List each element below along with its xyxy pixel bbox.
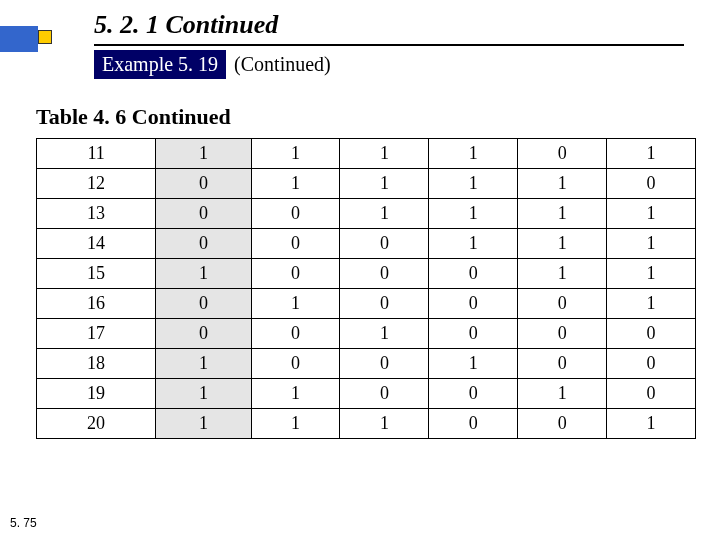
row-cell: 0 bbox=[518, 139, 607, 169]
row-cell: 1 bbox=[607, 409, 696, 439]
row-cell: 0 bbox=[251, 199, 340, 229]
row-index: 12 bbox=[37, 169, 156, 199]
row-cell: 0 bbox=[429, 289, 518, 319]
row-index: 13 bbox=[37, 199, 156, 229]
row-cell: 0 bbox=[251, 259, 340, 289]
table-row: 16010001 bbox=[37, 289, 696, 319]
heading-underline bbox=[94, 44, 684, 46]
row-cell: 1 bbox=[340, 169, 429, 199]
row-highlight: 0 bbox=[156, 229, 251, 259]
row-cell: 1 bbox=[429, 169, 518, 199]
row-highlight: 1 bbox=[156, 139, 251, 169]
row-cell: 0 bbox=[518, 289, 607, 319]
table-row: 14000111 bbox=[37, 229, 696, 259]
row-cell: 0 bbox=[429, 379, 518, 409]
example-row: Example 5. 19 (Continued) bbox=[94, 50, 331, 79]
section-heading: 5. 2. 1 Continued bbox=[94, 10, 278, 40]
row-cell: 1 bbox=[251, 379, 340, 409]
row-highlight: 1 bbox=[156, 409, 251, 439]
row-cell: 1 bbox=[251, 409, 340, 439]
table-row: 20111001 bbox=[37, 409, 696, 439]
table-row: 11111101 bbox=[37, 139, 696, 169]
row-cell: 1 bbox=[607, 199, 696, 229]
row-cell: 0 bbox=[518, 319, 607, 349]
blue-block bbox=[0, 26, 38, 52]
row-cell: 1 bbox=[340, 139, 429, 169]
row-cell: 1 bbox=[340, 319, 429, 349]
table-row: 15100011 bbox=[37, 259, 696, 289]
row-cell: 1 bbox=[518, 259, 607, 289]
row-cell: 0 bbox=[607, 349, 696, 379]
row-index: 11 bbox=[37, 139, 156, 169]
row-cell: 1 bbox=[340, 199, 429, 229]
row-cell: 0 bbox=[251, 349, 340, 379]
row-cell: 0 bbox=[518, 409, 607, 439]
row-index: 19 bbox=[37, 379, 156, 409]
row-cell: 1 bbox=[251, 139, 340, 169]
row-highlight: 1 bbox=[156, 379, 251, 409]
page-number: 5. 75 bbox=[10, 516, 37, 530]
example-label: Example 5. 19 bbox=[94, 50, 226, 79]
row-cell: 1 bbox=[340, 409, 429, 439]
row-cell: 1 bbox=[607, 139, 696, 169]
row-cell: 0 bbox=[251, 229, 340, 259]
row-cell: 1 bbox=[251, 289, 340, 319]
row-index: 16 bbox=[37, 289, 156, 319]
data-table: 1111110112011110130011111400011115100011… bbox=[36, 138, 696, 439]
table-caption: Table 4. 6 Continued bbox=[36, 104, 231, 130]
row-cell: 1 bbox=[518, 379, 607, 409]
row-cell: 0 bbox=[251, 319, 340, 349]
table-row: 18100100 bbox=[37, 349, 696, 379]
row-cell: 0 bbox=[429, 319, 518, 349]
row-cell: 1 bbox=[429, 229, 518, 259]
row-index: 14 bbox=[37, 229, 156, 259]
row-cell: 1 bbox=[607, 259, 696, 289]
yellow-block bbox=[38, 30, 52, 44]
row-cell: 1 bbox=[251, 169, 340, 199]
table-row: 12011110 bbox=[37, 169, 696, 199]
table-row: 17001000 bbox=[37, 319, 696, 349]
example-suffix: (Continued) bbox=[226, 50, 331, 79]
row-highlight: 0 bbox=[156, 169, 251, 199]
row-highlight: 0 bbox=[156, 319, 251, 349]
row-cell: 1 bbox=[429, 349, 518, 379]
row-cell: 1 bbox=[518, 169, 607, 199]
row-cell: 0 bbox=[607, 169, 696, 199]
row-cell: 0 bbox=[429, 259, 518, 289]
row-highlight: 0 bbox=[156, 289, 251, 319]
corner-decoration bbox=[0, 26, 64, 52]
row-index: 18 bbox=[37, 349, 156, 379]
row-cell: 0 bbox=[340, 289, 429, 319]
row-index: 15 bbox=[37, 259, 156, 289]
row-cell: 0 bbox=[340, 229, 429, 259]
row-index: 17 bbox=[37, 319, 156, 349]
row-cell: 0 bbox=[607, 319, 696, 349]
row-cell: 1 bbox=[518, 199, 607, 229]
row-cell: 0 bbox=[607, 379, 696, 409]
row-cell: 0 bbox=[340, 379, 429, 409]
row-cell: 0 bbox=[340, 259, 429, 289]
row-cell: 1 bbox=[429, 139, 518, 169]
row-cell: 1 bbox=[607, 289, 696, 319]
row-cell: 1 bbox=[518, 229, 607, 259]
row-cell: 0 bbox=[518, 349, 607, 379]
row-cell: 0 bbox=[340, 349, 429, 379]
row-highlight: 1 bbox=[156, 349, 251, 379]
row-cell: 1 bbox=[607, 229, 696, 259]
row-highlight: 1 bbox=[156, 259, 251, 289]
row-cell: 1 bbox=[429, 199, 518, 229]
table-row: 19110010 bbox=[37, 379, 696, 409]
table-row: 13001111 bbox=[37, 199, 696, 229]
row-cell: 0 bbox=[429, 409, 518, 439]
row-index: 20 bbox=[37, 409, 156, 439]
row-highlight: 0 bbox=[156, 199, 251, 229]
